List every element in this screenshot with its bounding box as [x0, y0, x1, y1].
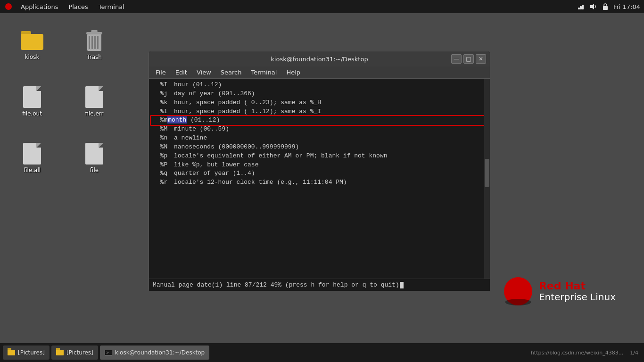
- taskbar-pictures2[interactable]: [Pictures]: [51, 346, 98, 360]
- terminal-window: kiosk@foundation31:~/Desktop — □ ✕ File …: [149, 51, 490, 291]
- terminal-line: %rlocale's 12-hour clock time (e.g., 11:…: [153, 178, 486, 187]
- svg-rect-8: [94, 36, 96, 49]
- term-key: %M: [153, 125, 174, 134]
- terminal-line: %mmonth (01..12): [153, 116, 486, 125]
- term-key: %p: [153, 152, 174, 161]
- minimize-button[interactable]: —: [451, 54, 462, 64]
- svg-rect-10: [86, 32, 102, 34]
- terminal-line: %na newline: [153, 134, 486, 143]
- term-desc: locale's 12-hour clock time (e.g., 11:11…: [174, 178, 347, 187]
- icon-label-file-all: file.all: [24, 167, 41, 173]
- terminal-line: %plocale's equivalent of either AM or PM…: [153, 152, 486, 161]
- redhat-logo: Red Hat Enterprise Linux: [504, 277, 616, 305]
- red-text: Red Hat: [539, 280, 586, 292]
- terminal-line: %Plike %p, but lower case: [153, 161, 486, 170]
- icon-label-file-err: file.err: [85, 110, 103, 117]
- icon-label-trash: Trash: [87, 54, 102, 60]
- terminal-line: %Nnanoseconds (000000000..999999999): [153, 143, 486, 152]
- folder-icon: [21, 29, 43, 52]
- file-icon: [83, 142, 106, 165]
- term-desc: a newline: [174, 134, 207, 143]
- terminal-line: %jday of year (001..366): [153, 90, 486, 99]
- desktop-icon-kiosk[interactable]: kiosk: [13, 27, 51, 62]
- redhat-hat-icon: [504, 277, 532, 305]
- term-menu-view[interactable]: View: [192, 68, 216, 77]
- taskbar-terminal[interactable]: kiosk@foundation31:~/Desktop: [100, 346, 209, 360]
- term-key: %n: [153, 134, 174, 143]
- term-menu-search[interactable]: Search: [216, 68, 247, 77]
- term-key: %I: [153, 81, 174, 90]
- network-icon[interactable]: [577, 2, 585, 11]
- term-desc: day of year (001..366): [174, 90, 255, 99]
- lock-icon[interactable]: [601, 2, 610, 11]
- svg-rect-0: [578, 8, 580, 9]
- terminal-titlebar: kiosk@foundation31:~/Desktop — □ ✕: [149, 51, 490, 66]
- places-menu[interactable]: Places: [64, 2, 92, 11]
- term-desc: month (01..12): [167, 116, 220, 123]
- icon-label-kiosk: kiosk: [25, 54, 40, 60]
- svg-rect-2: [582, 5, 584, 9]
- cursor: [400, 282, 404, 288]
- term-desc: minute (00..59): [174, 125, 229, 134]
- term-desc: hour (01..12): [174, 81, 222, 90]
- terminal-line: %Ihour (01..12): [153, 81, 486, 90]
- file-out-icon: [21, 86, 43, 108]
- term-menu-terminal[interactable]: Terminal: [246, 68, 281, 77]
- redhat-product: Enterprise Linux: [539, 292, 616, 302]
- trash-icon: [83, 29, 106, 52]
- file-err-icon: [83, 86, 106, 108]
- term-key: %j: [153, 90, 174, 99]
- terminal-content[interactable]: %Ihour (01..12) %jday of year (001..366)…: [149, 79, 490, 279]
- taskbar-label-pictures1: [Pictures]: [18, 349, 45, 356]
- term-desc: like %p, but lower case: [174, 161, 258, 170]
- icon-label-file-out: file.out: [22, 110, 42, 117]
- top-bar-right: Fri 17:04: [577, 2, 640, 11]
- taskbar-label-terminal: kiosk@foundation31:~/Desktop: [115, 349, 205, 356]
- desktop-icon-trash[interactable]: Trash: [75, 27, 113, 62]
- taskbar-pictures1[interactable]: [Pictures]: [3, 346, 50, 360]
- svg-rect-6: [89, 36, 90, 49]
- applications-menu[interactable]: Applications: [16, 2, 63, 11]
- window-controls: — □ ✕: [451, 54, 486, 64]
- term-desc: hour, space padded ( 1..12); same as %_I: [174, 107, 321, 116]
- term-key: %r: [153, 178, 174, 187]
- term-key: %k: [153, 99, 174, 107]
- scrollbar-thumb[interactable]: [485, 159, 489, 187]
- desktop-icon-file-out[interactable]: file.out: [13, 84, 51, 119]
- desktop-icon-file[interactable]: file: [75, 140, 113, 175]
- term-desc: quarter of year (1..4): [174, 169, 255, 178]
- svg-rect-4: [603, 6, 608, 10]
- term-key: %N: [153, 143, 174, 152]
- term-key: %m: [153, 116, 167, 123]
- icon-label-file: file: [90, 167, 99, 173]
- term-menu-edit[interactable]: Edit: [171, 68, 192, 77]
- terminal-line: %Mminute (00..59): [153, 125, 486, 134]
- svg-marker-3: [590, 4, 594, 9]
- desktop-icon-file-err[interactable]: file.err: [75, 84, 113, 119]
- desktop: kiosk Trash file.out file.err: [0, 13, 644, 343]
- maximize-button[interactable]: □: [463, 54, 474, 64]
- term-key: %q: [153, 169, 174, 178]
- svg-rect-11: [91, 30, 98, 32]
- taskbar-folder-icon-2: [56, 349, 64, 356]
- terminal-menubar: File Edit View Search Terminal Help: [149, 66, 490, 79]
- terminal-line: %khour, space padded ( 0..23); same as %…: [153, 99, 486, 107]
- taskbar-term-icon: [105, 349, 112, 356]
- taskbar-page: 1/4: [630, 350, 638, 356]
- terminal-menu[interactable]: Terminal: [94, 2, 129, 11]
- terminal-body[interactable]: %Ihour (01..12) %jday of year (001..366)…: [149, 79, 490, 279]
- term-key: %l: [153, 107, 174, 116]
- terminal-scrollbar[interactable]: [484, 79, 490, 279]
- desktop-icon-file-all[interactable]: file.all: [13, 140, 51, 175]
- svg-rect-1: [580, 6, 582, 9]
- term-menu-file[interactable]: File: [151, 68, 171, 77]
- terminal-line: %qquarter of year (1..4): [153, 169, 486, 178]
- volume-icon[interactable]: [589, 2, 597, 11]
- taskbar-right: https://blog.csdn.me/weixin_4383... 1/4: [531, 350, 642, 356]
- close-button[interactable]: ✕: [476, 54, 486, 64]
- term-menu-help[interactable]: Help: [281, 68, 305, 77]
- highlighted-word: month: [167, 116, 187, 123]
- taskbar-label-pictures2: [Pictures]: [66, 349, 93, 356]
- redhat-icon: [4, 2, 13, 11]
- clock: Fri 17:04: [613, 3, 640, 10]
